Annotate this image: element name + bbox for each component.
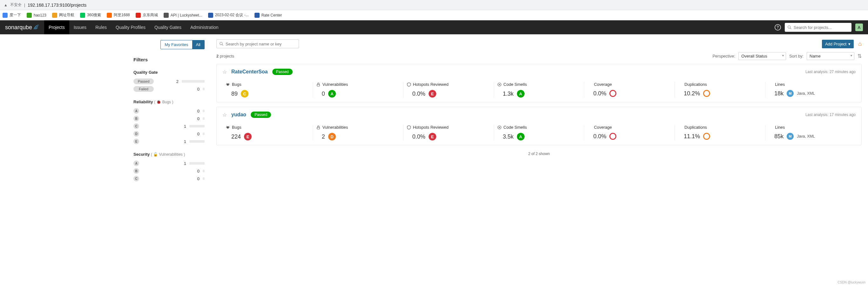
bookmark-item[interactable]: Rate Center — [254, 13, 282, 18]
metric-hotspots[interactable]: Hotspots Reviewed 0.0% E — [403, 82, 494, 98]
facet-row[interactable]: B0 — [133, 116, 205, 121]
metric-smells[interactable]: Code Smells 3.5k A — [494, 125, 585, 140]
nav-item-quality-gates[interactable]: Quality Gates — [150, 20, 186, 34]
metric-hotspots[interactable]: Hotspots Reviewed 0.0% E — [403, 125, 494, 140]
add-project-button[interactable]: Add Project▾ — [822, 40, 854, 48]
facet-row[interactable]: C1 — [133, 123, 205, 129]
bookmark-favicon — [254, 13, 259, 18]
nav-item-administration[interactable]: Administration — [186, 20, 223, 34]
tab-my-favorites[interactable]: My Favorites — [161, 40, 192, 49]
nav-item-quality-profiles[interactable]: Quality Profiles — [111, 20, 150, 34]
chevron-down-icon: ▾ — [848, 42, 850, 46]
bookmark-favicon — [208, 13, 213, 18]
help-icon[interactable]: ? — [775, 24, 781, 31]
metric-vuln[interactable]: Vulnerabilities 2 D — [313, 125, 403, 140]
bookmark-favicon — [80, 13, 85, 18]
perspective-label: Perspective: — [713, 54, 736, 59]
metric-coverage[interactable]: Coverage 0.0% — [584, 125, 675, 140]
svg-line-7 — [226, 83, 227, 84]
rating-badge-C: C — [241, 90, 248, 98]
brand-logo[interactable]: sonarqube — [0, 24, 44, 31]
metric-vuln[interactable]: Vulnerabilities 0 A — [313, 82, 403, 98]
bookmark-item[interactable]: 京东商城 — [136, 12, 158, 18]
lines-icon — [769, 82, 773, 87]
sort-label: Sort by: — [789, 54, 804, 59]
bookmark-label: 京东商城 — [143, 12, 158, 18]
home-icon[interactable]: ⌂ — [858, 41, 862, 47]
bugs-icon — [225, 125, 230, 130]
insecure-warning-icon: ▲ — [4, 3, 8, 7]
sort-select[interactable]: Name — [807, 52, 854, 60]
bookmark-item[interactable]: 阿里1688 — [107, 12, 130, 18]
facet-row[interactable]: D0 — [133, 131, 205, 137]
facet-count: 0 — [187, 132, 199, 136]
metric-dup[interactable]: Duplications 11.1% — [675, 125, 765, 140]
facet-title-security[interactable]: Security ( 🔓 Vulnerabilities ) — [133, 152, 205, 157]
favorite-star-icon[interactable]: ☆ — [222, 112, 227, 118]
facet-count: 0 — [187, 169, 199, 173]
nav-item-projects[interactable]: Projects — [44, 20, 69, 34]
bookmark-favicon — [164, 13, 169, 18]
facet-row[interactable]: B0 — [133, 168, 205, 174]
bookmark-item[interactable]: hao123 — [27, 13, 46, 18]
nav-item-rules[interactable]: Rules — [91, 20, 111, 34]
bookmark-item[interactable]: 度一下 — [3, 12, 21, 18]
bookmark-label: hao123 — [34, 13, 46, 18]
facet-count: 1 — [174, 161, 186, 166]
facet-count: 2 — [166, 79, 179, 84]
user-avatar[interactable]: A — [855, 24, 863, 31]
facet-row[interactable]: C0 — [133, 176, 205, 182]
metric-lines[interactable]: Lines 85k M Java, XML — [765, 125, 856, 140]
facet-title-reliability[interactable]: Reliability ( 🐞 Bugs ) — [133, 99, 205, 104]
bookmark-item[interactable]: API | Luckysheet... — [164, 13, 203, 18]
svg-point-19 — [499, 127, 500, 128]
metric-smells[interactable]: Code Smells 1.3k A — [494, 82, 585, 98]
metric-bugs[interactable]: Bugs 224 E — [222, 125, 313, 140]
project-search-input[interactable] — [225, 42, 296, 46]
rating-badge-E: E — [429, 133, 436, 140]
global-search-input[interactable] — [794, 25, 849, 30]
svg-line-1 — [790, 28, 792, 29]
vuln-icon — [316, 82, 320, 87]
favorite-star-icon[interactable]: ☆ — [222, 69, 227, 75]
svg-rect-17 — [317, 127, 320, 129]
insecure-label: 不安全 — [10, 2, 22, 8]
projects-count: 2 projects — [216, 54, 234, 59]
facet-title-quality-gate[interactable]: Quality Gate — [133, 70, 205, 75]
facet-security: Security ( 🔓 Vulnerabilities ) A1B0C0 — [133, 152, 205, 182]
metric-lines[interactable]: Lines 18k M Java, XML — [765, 82, 856, 98]
facet-bar — [189, 140, 205, 143]
coverage-icon — [587, 82, 592, 87]
facet-row[interactable]: Failed0 — [133, 86, 205, 92]
url-text[interactable]: 192.168.17.173:9100/projects — [28, 3, 86, 8]
search-icon — [787, 25, 792, 30]
facet-count: 0 — [187, 116, 199, 121]
facet-row[interactable]: A0 — [133, 108, 205, 114]
search-icon — [219, 42, 224, 46]
facet-quality-gate: Quality Gate Passed2Failed0 — [133, 70, 205, 92]
bookmark-item[interactable]: 2023-02-02 会议 -... — [208, 12, 249, 18]
metric-bugs[interactable]: Bugs 89 C — [222, 82, 313, 98]
tab-all[interactable]: All — [192, 40, 204, 49]
project-name-link[interactable]: yudao — [231, 112, 246, 118]
bookmark-item[interactable]: 网址导航 — [52, 12, 74, 18]
bookmark-favicon — [27, 13, 32, 18]
languages-text: Java, XML — [797, 91, 815, 96]
lines-icon — [769, 125, 773, 130]
facet-row[interactable]: Passed2 — [133, 78, 205, 84]
metric-coverage[interactable]: Coverage 0.0% — [584, 82, 675, 98]
facet-count: 0 — [187, 87, 199, 92]
facet-row[interactable]: A1 — [133, 160, 205, 166]
nav-item-issues[interactable]: Issues — [69, 20, 91, 34]
rating-C: C — [133, 123, 139, 129]
metric-dup[interactable]: Duplications 10.2% — [675, 82, 765, 98]
project-name-link[interactable]: RateCenterSoa — [231, 69, 268, 75]
perspective-select[interactable]: Overall Status — [738, 52, 786, 60]
global-search[interactable] — [785, 23, 851, 32]
sort-direction-icon[interactable]: ⇅ — [858, 53, 862, 59]
bookmark-item[interactable]: 360搜索 — [80, 12, 101, 18]
svg-point-0 — [788, 26, 790, 28]
rating-D: D — [133, 131, 139, 137]
project-search[interactable] — [216, 39, 299, 48]
facet-row[interactable]: E1 — [133, 138, 205, 144]
